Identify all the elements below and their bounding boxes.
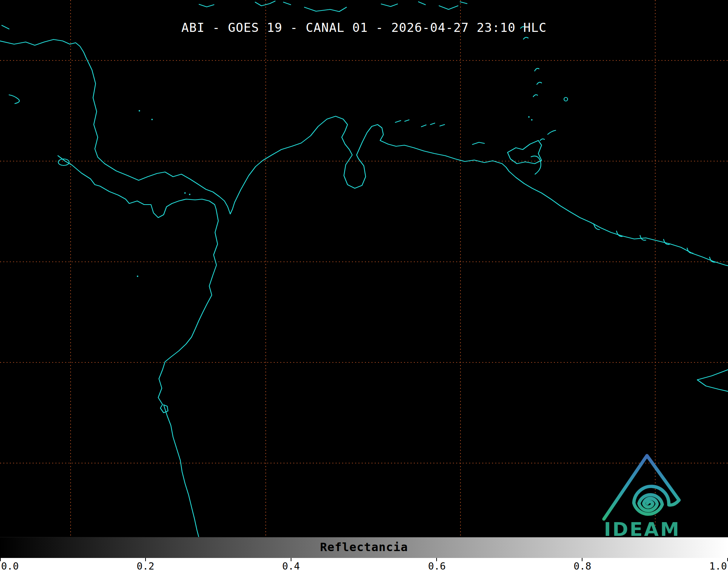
logo-mountain-spiral [604, 455, 679, 519]
colorbar: Reflectancia [0, 537, 728, 558]
coastline-caribbean [0, 39, 728, 266]
map-area: ABI - GOES 19 - CANAL 01 - 2026-04-27 23… [0, 0, 728, 537]
coastline-abc-islands [395, 120, 484, 144]
coastline-trinidad [508, 140, 542, 164]
colorbar-tick-label: 1.0 [709, 560, 727, 571]
coastline-fonseca [9, 95, 19, 104]
colorbar-tick-label: 0.6 [428, 560, 446, 571]
island-barbados [564, 97, 568, 101]
small-islets [137, 110, 533, 277]
colorbar-axis: 0.0 0.2 0.4 0.6 0.8 1.0 [0, 558, 728, 571]
ideam-logo: IDEAM [597, 448, 688, 539]
coastline-antilles [521, 27, 556, 140]
coastline-orinoco-delta [531, 156, 541, 174]
tick-mark [0, 558, 1, 561]
colorbar-tick-label: 0.4 [282, 560, 300, 571]
logo-text: IDEAM [604, 518, 681, 539]
coastline-pacific [58, 156, 218, 537]
satellite-image-figure: ABI - GOES 19 - CANAL 01 - 2026-04-27 23… [0, 0, 728, 571]
colorbar-tick-label: 0.0 [1, 560, 19, 571]
colorbar-tick-label: 0.8 [574, 560, 592, 571]
image-title: ABI - GOES 19 - CANAL 01 - 2026-04-27 23… [0, 20, 728, 35]
coastline-estuaries [594, 224, 715, 262]
colorbar-tick-label: 0.2 [137, 560, 155, 571]
colorbar-label: Reflectancia [0, 540, 728, 554]
coastline-right-fragment [697, 370, 728, 391]
